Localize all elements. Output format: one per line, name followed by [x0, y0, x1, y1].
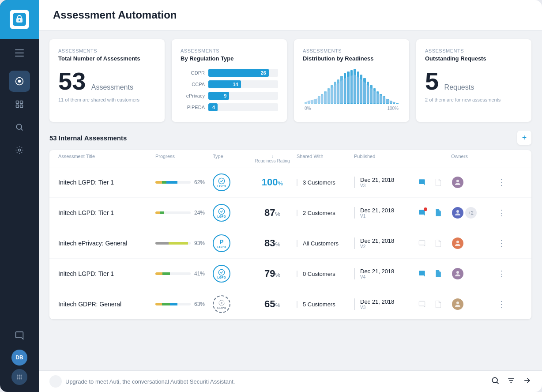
total-sub: 11 of them are shared with customers — [58, 97, 156, 102]
sidebar-apps[interactable] — [11, 369, 27, 385]
row-title: Initech LGPD: Tier 1 — [58, 270, 155, 277]
share-bottom-icon[interactable] — [523, 376, 531, 387]
dist-bar — [305, 102, 307, 104]
published-cell: Dec 21, 2018 V1 — [354, 207, 416, 219]
action-icons — [416, 298, 451, 310]
svg-point-23 — [218, 178, 224, 184]
svg-rect-7 — [16, 101, 19, 104]
type-badge: LGPD — [213, 173, 230, 191]
owner-avatar — [451, 267, 464, 280]
svg-point-19 — [21, 377, 22, 378]
file-icon-btn[interactable] — [432, 207, 444, 219]
file-icon-btn[interactable] — [432, 268, 444, 280]
sidebar-item-home[interactable] — [9, 71, 30, 92]
shared-cell: 5 Customers — [297, 301, 354, 308]
svg-point-1 — [19, 19, 20, 21]
progress-cell: 41% — [155, 271, 213, 277]
page-title: Assessment Automation — [53, 9, 528, 21]
readiness-cell: 65% — [248, 298, 297, 310]
upgrade-message: Upgrade to meet Auti, the conversational… — [49, 375, 235, 388]
owner-avatar — [451, 206, 464, 219]
col-shared-header: Shared With — [297, 154, 354, 163]
svg-point-24 — [456, 180, 459, 182]
more-options[interactable]: ⋮ — [495, 207, 508, 219]
svg-point-21 — [19, 378, 20, 380]
dist-bar — [354, 69, 356, 104]
svg-line-12 — [21, 128, 23, 130]
row-title: Initech LGPD: Tier 1 — [58, 209, 155, 216]
outstanding-label: Assessments — [425, 48, 523, 53]
owner-avatar — [451, 176, 464, 189]
distribution-card: Assessments Distribution by Readiness 0%… — [294, 39, 409, 122]
table-area: 53 Internal Assessments + Assessment Tit… — [39, 131, 542, 370]
svg-point-11 — [16, 124, 22, 129]
readiness-cell: 79% — [248, 268, 297, 279]
sidebar-item-search[interactable] — [9, 117, 30, 138]
hamburger-icon — [15, 49, 24, 57]
more-options[interactable]: ⋮ — [495, 298, 508, 310]
type-cell: LGPD — [213, 204, 248, 222]
menu-button[interactable] — [0, 42, 39, 64]
file-icon-btn-empty — [432, 176, 444, 188]
table-row: Initech ePrivacy: General 93% P LGPD 83%… — [49, 228, 531, 259]
table-row: Initech GDPR: General 63% GDPR 65% 5 Cus… — [49, 289, 531, 319]
reg-label: Assessments — [181, 48, 278, 53]
distribution-chart: 0% 100% — [303, 69, 400, 113]
svg-point-18 — [19, 377, 20, 378]
search-bottom-icon[interactable] — [491, 376, 500, 387]
total-unit: Assessments — [91, 83, 133, 91]
svg-point-13 — [19, 149, 21, 151]
action-icons — [416, 268, 451, 280]
outstanding-unit: Requests — [444, 83, 474, 91]
type-badge: LGPD — [213, 204, 230, 222]
readiness-cell: 100% — [248, 177, 297, 188]
chat-icon-btn-empty — [416, 298, 428, 310]
more-options[interactable]: ⋮ — [495, 268, 508, 280]
readiness-cell: 83% — [248, 237, 297, 249]
svg-point-16 — [21, 375, 22, 376]
dist-bar — [347, 72, 349, 104]
user-avatar[interactable]: DB — [11, 350, 27, 366]
chat-icon-btn-empty — [416, 237, 428, 249]
chat-icon — [15, 331, 24, 340]
more-options[interactable]: ⋮ — [495, 237, 508, 249]
outstanding-count: 5 — [425, 69, 439, 94]
table-title: 53 Internal Assessments — [49, 134, 127, 142]
page-header: Assessment Automation — [39, 0, 542, 30]
svg-point-33 — [492, 377, 497, 383]
col-owners-header: Owners — [451, 154, 495, 163]
chat-icon-btn[interactable] — [416, 268, 428, 280]
chat-icon-btn[interactable] — [416, 176, 428, 188]
outstanding-sub: 2 of them are for new assessments — [425, 97, 523, 102]
shared-cell: All Customers — [297, 240, 354, 247]
chat-icon-btn[interactable] — [416, 207, 428, 219]
file-icon-btn-empty — [432, 298, 444, 310]
sidebar-item-chat[interactable] — [9, 325, 30, 346]
dist-bar — [386, 99, 388, 104]
sidebar-bottom: DB — [9, 325, 30, 392]
dist-bar — [393, 102, 395, 104]
dist-bar — [314, 99, 316, 104]
dist-bar — [324, 91, 326, 104]
owners-cell — [451, 237, 495, 250]
dist-bar — [373, 88, 376, 104]
published-cell: Dec 21, 2018 V4 — [354, 268, 416, 279]
filter-bottom-icon[interactable] — [507, 376, 516, 387]
readiness-cell: 87% — [248, 207, 297, 219]
svg-point-31 — [221, 302, 222, 304]
svg-rect-9 — [16, 105, 19, 108]
type-cell: P LGPD — [213, 234, 248, 252]
dist-bar — [337, 79, 339, 104]
sidebar-item-settings[interactable] — [9, 139, 30, 161]
reg-bar-row: GDPR 26 — [181, 69, 278, 77]
reg-title: By Regulation Type — [181, 55, 278, 62]
more-options[interactable]: ⋮ — [495, 176, 508, 188]
add-button[interactable]: + — [517, 131, 531, 145]
col-icons-header — [416, 154, 451, 163]
dist-bar — [344, 73, 346, 104]
table-row: Initech LGPD: Tier 1 62% LGPD 100% 3 Cus… — [49, 167, 531, 198]
dist-bar — [360, 75, 362, 104]
dist-bar — [318, 96, 320, 104]
sidebar-item-analytics[interactable] — [9, 94, 30, 115]
logo-box — [10, 10, 29, 29]
